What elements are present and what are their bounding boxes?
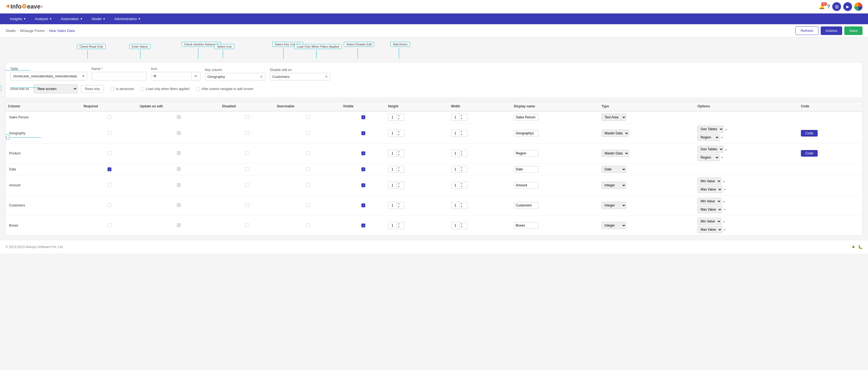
help-button[interactable]: ? xyxy=(827,4,830,10)
required-checkbox[interactable] xyxy=(107,203,112,207)
options-select-2[interactable]: Region xyxy=(698,154,719,161)
height-input[interactable] xyxy=(389,115,397,120)
visible-checkbox[interactable] xyxy=(362,131,365,135)
code-button[interactable]: Code xyxy=(801,130,818,137)
disabled-checkbox[interactable] xyxy=(245,223,249,227)
options-up-icon[interactable]: ▲ xyxy=(725,128,727,131)
width-input[interactable] xyxy=(451,115,460,120)
required-checkbox[interactable] xyxy=(107,223,112,227)
display-name-input[interactable] xyxy=(514,130,538,137)
height-input[interactable] xyxy=(389,223,397,228)
height-up-arrow[interactable]: ▲ xyxy=(397,202,401,205)
width-down-arrow[interactable]: ▼ xyxy=(460,185,464,189)
after-submit-checkbox[interactable] xyxy=(196,87,200,91)
update-on-edit-checkbox[interactable] xyxy=(177,151,181,155)
nav-insights[interactable]: Insights ▼ xyxy=(5,13,31,24)
visible-checkbox[interactable] xyxy=(362,203,365,207)
disabled-checkbox[interactable] xyxy=(245,151,249,155)
width-up-arrow[interactable]: ▲ xyxy=(460,182,464,185)
height-down-arrow[interactable]: ▼ xyxy=(397,169,401,173)
disabled-checkbox[interactable] xyxy=(245,203,249,207)
breadcrumb-ngauge[interactable]: NGauge Forms xyxy=(20,29,44,33)
options-down-icon[interactable]: ▼ xyxy=(721,136,723,139)
update-on-edit-checkbox[interactable] xyxy=(177,223,181,227)
required-checkbox[interactable] xyxy=(107,183,112,187)
width-down-arrow[interactable]: ▼ xyxy=(460,169,464,173)
width-up-arrow[interactable]: ▲ xyxy=(460,166,464,169)
height-down-arrow[interactable]: ▼ xyxy=(397,133,401,137)
table-select[interactable]: showcase_newsalesdata_newsalesdata xyxy=(10,72,87,80)
height-up-arrow[interactable]: ▲ xyxy=(397,130,401,133)
width-down-arrow[interactable]: ▼ xyxy=(460,117,464,121)
width-down-arrow[interactable]: ▼ xyxy=(460,133,464,137)
display-name-input[interactable] xyxy=(514,202,538,209)
width-input[interactable] xyxy=(451,223,460,228)
key-column-clear-button[interactable]: ✕ xyxy=(260,75,263,79)
disabled-checkbox[interactable] xyxy=(245,115,249,119)
display-name-input[interactable] xyxy=(514,150,538,156)
searchable-checkbox[interactable] xyxy=(306,183,310,187)
width-up-arrow[interactable]: ▲ xyxy=(460,114,464,117)
height-down-arrow[interactable]: ▼ xyxy=(397,205,401,209)
width-down-arrow[interactable]: ▼ xyxy=(460,153,464,156)
height-input[interactable] xyxy=(389,167,397,172)
width-input[interactable] xyxy=(451,203,460,208)
update-on-edit-checkbox[interactable] xyxy=(177,131,181,135)
searchable-checkbox[interactable] xyxy=(306,167,310,171)
disabled-checkbox[interactable] xyxy=(245,183,249,187)
searchable-checkbox[interactable] xyxy=(306,131,310,135)
height-down-arrow[interactable]: ▼ xyxy=(397,185,401,189)
width-input[interactable] xyxy=(451,131,460,136)
searchable-checkbox[interactable] xyxy=(306,223,310,227)
display-name-input[interactable] xyxy=(514,182,538,189)
refresh-button[interactable]: Refresh xyxy=(796,26,818,35)
breadcrumb-studio[interactable]: Studio xyxy=(5,29,16,33)
multicolor-icon-button[interactable] xyxy=(854,2,863,11)
display-name-input[interactable] xyxy=(514,114,538,121)
height-input[interactable] xyxy=(389,150,397,156)
options-up-icon[interactable]: ▲ xyxy=(725,148,727,151)
icon-input[interactable] xyxy=(151,72,191,80)
nav-analysis[interactable]: Analysis ▼ xyxy=(31,13,56,24)
width-down-arrow[interactable]: ▼ xyxy=(460,205,464,209)
options-select-2[interactable]: Max Value xyxy=(698,186,722,193)
type-select[interactable]: Integer xyxy=(601,222,626,229)
required-checkbox[interactable] xyxy=(107,167,112,171)
width-input[interactable] xyxy=(451,182,460,188)
name-input[interactable]: New Sales Data xyxy=(92,72,147,80)
width-up-arrow[interactable]: ▲ xyxy=(460,150,464,153)
height-up-arrow[interactable]: ▲ xyxy=(397,182,401,185)
options-down-icon[interactable]: ▼ xyxy=(721,156,723,159)
options-down-icon[interactable]: ▼ xyxy=(723,228,726,231)
disable-edit-clear-button[interactable]: ✕ xyxy=(325,75,328,79)
options-select-1[interactable]: Geo Tables xyxy=(698,125,723,133)
width-up-arrow[interactable]: ▲ xyxy=(460,202,464,205)
height-down-arrow[interactable]: ▼ xyxy=(397,225,401,229)
type-select[interactable]: Master Data xyxy=(601,130,629,137)
height-down-arrow[interactable]: ▼ xyxy=(397,117,401,121)
icon-edit-button[interactable]: ✏ xyxy=(191,73,200,80)
type-select[interactable]: Text Area xyxy=(601,114,626,121)
visible-checkbox[interactable] xyxy=(362,183,365,187)
height-up-arrow[interactable]: ▲ xyxy=(397,166,401,169)
options-select-1[interactable]: Min Value xyxy=(698,218,721,225)
height-up-arrow[interactable]: ▲ xyxy=(397,222,401,225)
height-input[interactable] xyxy=(389,182,397,188)
searchable-checkbox[interactable] xyxy=(306,151,310,155)
visible-checkbox[interactable] xyxy=(362,115,365,119)
options-up-icon[interactable]: ▲ xyxy=(722,220,725,223)
load-filters-checkbox[interactable] xyxy=(140,87,144,91)
options-select-2[interactable]: Region xyxy=(698,134,719,141)
disabled-checkbox[interactable] xyxy=(245,131,249,135)
options-down-icon[interactable]: ▼ xyxy=(723,188,726,191)
actions-button[interactable]: Actions xyxy=(821,26,842,35)
options-up-icon[interactable]: ▲ xyxy=(722,180,725,183)
show-edit-select[interactable]: New screen xyxy=(34,84,78,93)
required-checkbox[interactable] xyxy=(107,131,112,135)
options-select-1[interactable]: Min Value xyxy=(698,177,721,185)
read-only-button[interactable]: Read only xyxy=(81,85,104,93)
required-checkbox[interactable] xyxy=(107,115,112,119)
video-icon-button[interactable]: ▶ xyxy=(843,2,852,11)
searchable-checkbox[interactable] xyxy=(306,115,310,119)
width-input[interactable] xyxy=(451,167,460,172)
